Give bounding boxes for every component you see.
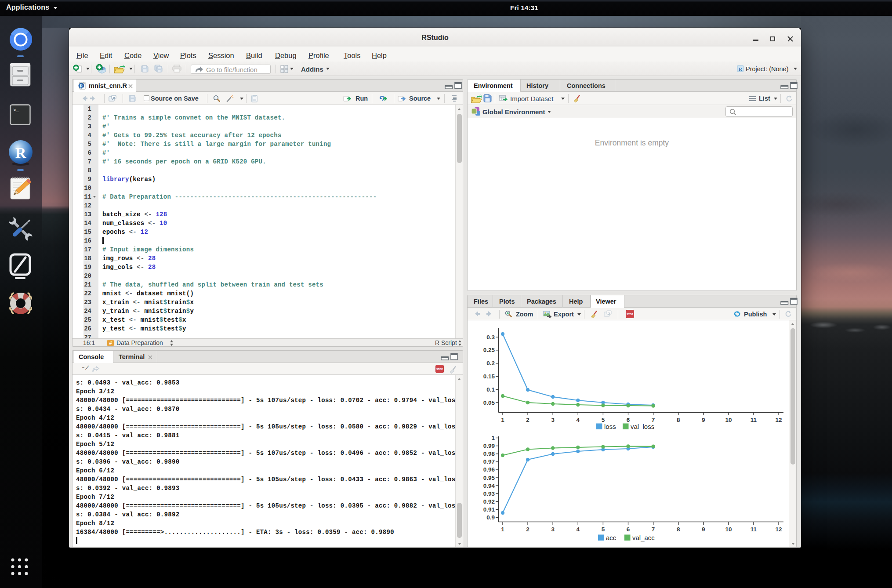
svg-text:0.97: 0.97 <box>483 458 495 465</box>
svg-text:12: 12 <box>776 417 782 423</box>
svg-text:5: 5 <box>602 526 605 533</box>
svg-text:>_: >_ <box>13 108 19 113</box>
svg-text:5: 5 <box>602 417 605 423</box>
svg-text:loss: loss <box>604 423 616 430</box>
svg-text:val_acc: val_acc <box>632 534 655 541</box>
svg-text:acc: acc <box>606 534 616 541</box>
svg-text:8: 8 <box>677 526 680 533</box>
svg-text:4: 4 <box>577 526 580 533</box>
svg-text:0.2: 0.2 <box>486 360 495 367</box>
svg-text:3: 3 <box>551 417 555 423</box>
svg-text:0.3: 0.3 <box>486 334 495 341</box>
svg-text:0.9: 0.9 <box>486 514 495 521</box>
svg-text:4: 4 <box>577 417 580 423</box>
svg-text:R: R <box>15 145 26 161</box>
svg-text:R: R <box>739 66 743 72</box>
svg-text:8: 8 <box>677 417 680 423</box>
svg-text:11: 11 <box>751 417 757 423</box>
svg-text:0.25: 0.25 <box>483 347 495 353</box>
svg-text:2: 2 <box>526 526 529 533</box>
svg-text:3: 3 <box>551 526 555 533</box>
svg-text:0.99: 0.99 <box>483 443 495 449</box>
svg-text:STOP: STOP <box>436 368 443 370</box>
svg-text:6: 6 <box>627 417 630 423</box>
svg-text:R: R <box>80 84 83 88</box>
svg-text:11: 11 <box>751 526 757 533</box>
svg-text:12: 12 <box>776 526 782 533</box>
svg-text:0.98: 0.98 <box>483 450 495 457</box>
svg-text:val_loss: val_loss <box>631 423 654 430</box>
svg-text:10: 10 <box>725 417 732 423</box>
svg-text:1: 1 <box>501 526 504 533</box>
svg-text:0.93: 0.93 <box>483 490 495 497</box>
svg-text:9: 9 <box>702 526 705 533</box>
svg-text:0.05: 0.05 <box>483 399 495 406</box>
svg-text:7: 7 <box>652 417 655 423</box>
svg-text:0.91: 0.91 <box>483 506 495 513</box>
svg-text:10: 10 <box>725 526 732 533</box>
svg-text:6: 6 <box>627 526 630 533</box>
svg-text:9: 9 <box>702 417 705 423</box>
svg-text:0.95: 0.95 <box>483 475 495 481</box>
svg-text:1: 1 <box>501 417 504 423</box>
svg-text:0.94: 0.94 <box>483 483 495 489</box>
svg-text:0.15: 0.15 <box>483 373 495 380</box>
svg-text:0.92: 0.92 <box>483 498 495 505</box>
svg-text:7: 7 <box>652 526 655 533</box>
svg-text:STOP: STOP <box>627 313 633 316</box>
svg-text:2: 2 <box>526 417 529 423</box>
svg-text:1: 1 <box>491 435 495 441</box>
svg-text:0.96: 0.96 <box>483 466 495 473</box>
svg-text:0.1: 0.1 <box>486 386 495 393</box>
